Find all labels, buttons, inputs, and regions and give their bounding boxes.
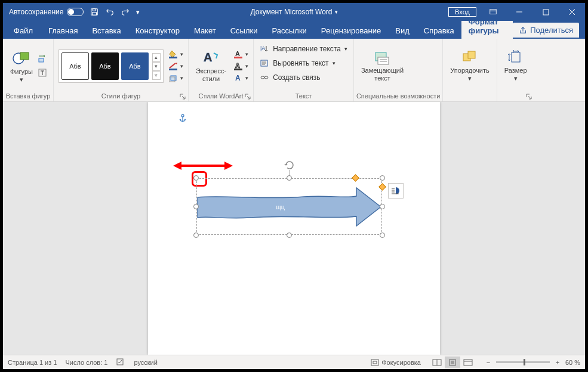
login-button[interactable]: Вход bbox=[448, 7, 476, 17]
group-label-accessibility: Специальные возможности bbox=[354, 91, 442, 101]
svg-rect-26 bbox=[468, 51, 475, 58]
print-layout-icon[interactable] bbox=[445, 356, 460, 368]
maximize-icon[interactable] bbox=[532, 3, 559, 21]
tab-design[interactable]: Конструктор bbox=[128, 23, 187, 39]
create-link-button[interactable]: Создать связь bbox=[258, 72, 321, 83]
status-page[interactable]: Страница 1 из 1 bbox=[8, 359, 57, 366]
selection-box bbox=[196, 178, 382, 235]
svg-text:A: A bbox=[204, 51, 212, 64]
wordart-express-button[interactable]: A Экспресс- стили bbox=[193, 48, 229, 83]
style-gallery[interactable]: Абв Абв Абв ▴▾▿ bbox=[59, 49, 164, 83]
handle-top-left[interactable] bbox=[193, 175, 199, 181]
svg-rect-7 bbox=[39, 58, 44, 62]
tab-mailings[interactable]: Рассылки bbox=[264, 23, 313, 39]
web-layout-icon[interactable] bbox=[460, 356, 476, 368]
svg-rect-17 bbox=[234, 69, 242, 70]
focus-button[interactable]: Фокусировка bbox=[371, 359, 421, 366]
shapes-button[interactable]: Фигуры▾ bbox=[8, 48, 35, 84]
handle-bot-mid[interactable] bbox=[287, 232, 292, 238]
edit-shape-icon[interactable] bbox=[38, 54, 48, 64]
svg-marker-30 bbox=[173, 162, 181, 170]
document-workspace[interactable]: щц bbox=[3, 102, 585, 355]
minimize-icon[interactable] bbox=[506, 3, 532, 21]
handle-bot-left[interactable] bbox=[193, 232, 199, 238]
zoom-out-button[interactable]: − bbox=[484, 359, 492, 366]
group-insert-shapes: Фигуры▾ Вставка фигур bbox=[3, 39, 54, 101]
handle-mid-left[interactable] bbox=[193, 204, 199, 209]
tab-file[interactable]: Файл bbox=[5, 23, 41, 39]
svg-rect-37 bbox=[464, 359, 472, 365]
svg-rect-33 bbox=[371, 359, 378, 365]
style-swatch-2[interactable]: Абв bbox=[91, 52, 119, 80]
svg-rect-1 bbox=[93, 9, 96, 11]
document-title[interactable]: Документ Microsoft Word ▾ bbox=[250, 8, 337, 16]
handle-top-right[interactable] bbox=[380, 175, 385, 181]
tab-layout[interactable]: Макет bbox=[187, 23, 223, 39]
arrange-button[interactable]: Упорядочить▾ bbox=[448, 49, 491, 83]
layout-options-button[interactable] bbox=[388, 183, 404, 199]
svg-point-22 bbox=[264, 76, 268, 79]
svg-rect-15 bbox=[234, 57, 242, 58]
status-bar: Страница 1 из 1 Число слов: 1 русский Фо… bbox=[3, 355, 585, 369]
gallery-scroll[interactable]: ▴▾▿ bbox=[152, 53, 161, 80]
handle-top-mid[interactable] bbox=[287, 175, 292, 181]
selected-shape[interactable]: щц bbox=[196, 178, 382, 235]
group-label-insert-shapes: Вставка фигур bbox=[3, 91, 53, 101]
svg-rect-6 bbox=[20, 52, 29, 60]
svg-rect-27 bbox=[512, 52, 520, 62]
text-outline-icon[interactable]: A▾ bbox=[233, 62, 248, 70]
tab-review[interactable]: Рецензирование bbox=[314, 23, 388, 39]
status-words[interactable]: Число слов: 1 bbox=[65, 359, 107, 366]
redo-icon[interactable] bbox=[121, 7, 130, 17]
style-swatch-3[interactable]: Абв bbox=[121, 52, 149, 80]
text-fill-icon[interactable]: A▾ bbox=[233, 50, 248, 58]
toggle-switch-icon bbox=[67, 8, 84, 16]
dialog-launcher-icon[interactable] bbox=[245, 94, 251, 100]
dialog-launcher-icon[interactable] bbox=[180, 94, 186, 100]
handle-bot-right[interactable] bbox=[380, 232, 385, 238]
tab-help[interactable]: Справка bbox=[417, 23, 461, 39]
size-button[interactable]: Размер▾ bbox=[502, 49, 529, 83]
save-icon[interactable] bbox=[90, 7, 99, 17]
group-accessibility: Замещающий текст Специальные возможности bbox=[354, 39, 443, 101]
svg-marker-31 bbox=[224, 162, 233, 170]
spellcheck-icon[interactable] bbox=[116, 358, 125, 367]
style-swatch-1[interactable]: Абв bbox=[61, 52, 89, 80]
undo-icon[interactable] bbox=[105, 7, 115, 17]
group-arrange: Упорядочить▾ bbox=[443, 39, 497, 101]
svg-text:A: A bbox=[235, 74, 241, 82]
group-shape-styles: Абв Абв Абв ▴▾▿ ▾ ▾ ▾ Стили фигур bbox=[54, 39, 189, 101]
svg-rect-9 bbox=[169, 57, 177, 58]
shape-outline-icon[interactable]: ▾ bbox=[168, 62, 183, 70]
tab-view[interactable]: Вид bbox=[388, 23, 417, 39]
zoom-level[interactable]: 60 % bbox=[565, 359, 580, 366]
group-label-text: Текст bbox=[254, 91, 353, 101]
text-direction-button[interactable]: |AНаправление текста ▾ bbox=[258, 44, 349, 54]
group-label-wordart: Стили WordArt bbox=[199, 92, 244, 100]
read-mode-icon[interactable] bbox=[429, 356, 445, 368]
ribbon-tabs: Файл Главная Вставка Конструктор Макет С… bbox=[3, 21, 585, 39]
group-wordart: A Экспресс- стили A▾ A▾ A▾ Стили WordArt bbox=[189, 39, 254, 101]
alt-text-button[interactable]: Замещающий текст bbox=[359, 49, 406, 83]
tab-references[interactable]: Ссылки bbox=[223, 23, 265, 39]
svg-rect-10 bbox=[169, 69, 177, 70]
tab-home[interactable]: Главная bbox=[41, 23, 85, 39]
tab-insert[interactable]: Вставка bbox=[85, 23, 128, 39]
shape-effects-icon[interactable]: ▾ bbox=[168, 74, 183, 82]
share-button[interactable]: Поделиться bbox=[513, 23, 579, 38]
ribbon-display-icon[interactable] bbox=[480, 3, 506, 21]
align-text-button[interactable]: Выровнять текст ▾ bbox=[258, 58, 336, 69]
zoom-slider[interactable] bbox=[496, 361, 550, 363]
dialog-launcher-icon[interactable] bbox=[526, 94, 532, 100]
shape-fill-icon[interactable]: ▾ bbox=[168, 50, 183, 58]
handle-mid-right[interactable] bbox=[380, 204, 385, 209]
text-effects-icon[interactable]: A▾ bbox=[233, 74, 248, 82]
zoom-in-button[interactable]: + bbox=[553, 359, 562, 366]
anchor-icon bbox=[178, 114, 187, 126]
status-language[interactable]: русский bbox=[134, 359, 157, 366]
autosave-toggle[interactable]: Автосохранение bbox=[9, 8, 84, 16]
svg-rect-34 bbox=[373, 361, 377, 364]
close-icon[interactable] bbox=[559, 3, 585, 21]
svg-rect-2 bbox=[93, 13, 97, 15]
draw-textbox-icon[interactable] bbox=[38, 68, 48, 79]
